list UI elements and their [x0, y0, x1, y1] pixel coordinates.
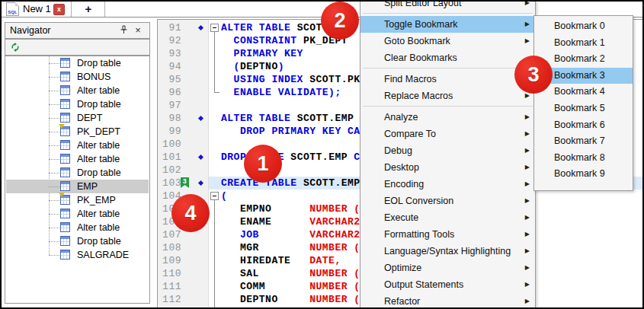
code-line: ALTER TABLE SCOTT.	[221, 21, 335, 34]
navigator-close-icon[interactable]: ×	[133, 25, 143, 36]
tree-branch-line	[49, 200, 59, 201]
tree-item-alter-table[interactable]: Alter table	[6, 139, 149, 152]
submenu-item-bookmark-8[interactable]: Bookmark 8	[534, 150, 633, 167]
statement-marker-icon	[198, 25, 203, 30]
index-icon	[60, 195, 70, 205]
code-line: (	[221, 190, 227, 202]
tree-item-label: Alter table	[77, 221, 120, 234]
dock-pin-icon[interactable]	[118, 25, 129, 36]
navigator-toolbar	[5, 39, 150, 56]
submenu-item-bookmark-7[interactable]: Bookmark 7	[534, 133, 633, 150]
tree-item-label: PK_DEPT	[77, 125, 120, 139]
tree-item-pk-emp[interactable]: PK_EMP	[6, 193, 149, 207]
tree-item-dept[interactable]: DEPT	[6, 111, 149, 125]
code-line: CREATE TABLE SCOTT.EMP	[221, 177, 360, 190]
tree-item-label: PK_EMP	[77, 193, 116, 207]
menu-item-find-macros[interactable]: Find Macros	[360, 71, 535, 88]
menu-item-formatting-tools[interactable]: Formatting Tools▶	[360, 226, 535, 243]
sql-file-icon: SQL	[6, 2, 19, 16]
line-number: 99	[158, 125, 181, 138]
tree-item-label: Drop table	[77, 166, 121, 180]
line-number: 97	[158, 99, 181, 112]
submenu-item-bookmark-4[interactable]: Bookmark 4	[534, 84, 633, 100]
table-icon	[60, 181, 70, 191]
line-number: 92	[158, 34, 181, 47]
statement-marker-icon	[198, 116, 203, 121]
menu-item-goto-bookmark[interactable]: Goto Bookmark▶	[360, 33, 535, 49]
tree-item-alter-table[interactable]: Alter table	[6, 207, 149, 221]
fold-scope-line	[214, 200, 215, 308]
tree-item-alter-table[interactable]: Alter table	[6, 221, 149, 234]
menu-item-compare-to[interactable]: Compare To▶	[360, 126, 535, 142]
tree-item-drop-table[interactable]: Drop table	[6, 97, 149, 111]
code-line: HIREDATE DATE,	[221, 254, 341, 267]
tree-item-label: DEPT	[77, 111, 102, 125]
line-number: 93	[158, 47, 181, 60]
tree-item-drop-table[interactable]: Drop table	[6, 56, 149, 70]
table-icon	[60, 72, 70, 81]
menu-item-encoding[interactable]: Encoding▶	[360, 176, 535, 193]
tree-branch-line	[49, 63, 59, 64]
menu-item-analyze[interactable]: Analyze▶	[360, 109, 535, 126]
tree-item-pk-dept[interactable]: PK_DEPT	[6, 125, 149, 139]
menu-item-execute[interactable]: Execute▶	[360, 209, 535, 226]
submenu-item-bookmark-9[interactable]: Bookmark 9	[534, 166, 633, 183]
menu-item-refactor[interactable]: Refactor▶	[360, 293, 535, 309]
refresh-icon[interactable]	[10, 42, 21, 56]
line-number: 111	[158, 280, 181, 293]
submenu-item-bookmark-5[interactable]: Bookmark 5	[534, 100, 633, 117]
tree-branch-line	[49, 255, 59, 256]
menu-item-eol-conversion[interactable]: EOL Conversion▶	[360, 193, 535, 209]
code-line: ENABLE VALIDATE);	[221, 86, 341, 99]
code-line: DEPTNO NUMBER (2	[221, 293, 367, 306]
tree-item-alter-table[interactable]: Alter table	[6, 152, 149, 166]
line-number: 91	[158, 21, 181, 34]
menu-item-desktop[interactable]: Desktop▶	[360, 159, 535, 176]
annotation-circle-4: 4	[171, 194, 210, 232]
code-line: USING INDEX SCOTT.PK_	[221, 73, 367, 86]
app-window: SQL New 1 * x + Navigator × Drop tableBO…	[0, 0, 644, 309]
menu-separator	[363, 68, 533, 68]
line-number: 96	[158, 86, 181, 99]
submenu-item-bookmark-1[interactable]: Bookmark 1	[534, 35, 633, 52]
line-number: 95	[158, 73, 181, 86]
menu-item-clear-bookmarks[interactable]: Clear Bookmarks	[360, 49, 535, 66]
annotation-circle-1: 1	[244, 145, 282, 183]
tree-item-drop-table[interactable]: Drop table	[6, 234, 149, 248]
tree-item-drop-table[interactable]: Drop table	[6, 166, 149, 180]
menu-item-replace-macros[interactable]: Replace Macros▶	[360, 88, 535, 104]
tree-branch-line	[49, 77, 59, 78]
new-tab-button[interactable]: +	[72, 2, 105, 17]
line-number: 101	[158, 151, 181, 164]
tree-item-label: Drop table	[77, 56, 121, 70]
tree-branch-line	[49, 104, 59, 105]
line-number: 98	[158, 112, 181, 125]
menu-item-split-editor-layout[interactable]: Split Editor Layout▶	[360, 0, 535, 11]
table-icon	[60, 58, 70, 68]
tree-item-label: SALGRADE	[77, 248, 129, 262]
tab-close-icon[interactable]: x	[53, 4, 65, 15]
tree-item-emp[interactable]: EMP	[6, 180, 149, 193]
menu-item-debug[interactable]: Debug▶	[360, 142, 535, 159]
menu-item-language-syntax-highlighting[interactable]: Language/Syntax Highlighting▶	[360, 243, 535, 260]
code-line: PRIMARY KEY	[221, 47, 303, 60]
submenu-item-bookmark-0[interactable]: Bookmark 0	[534, 18, 633, 35]
table-icon	[60, 167, 70, 177]
fold-toggle[interactable]	[210, 24, 219, 32]
tree-branch-line	[49, 186, 59, 187]
tree-item-salgrade[interactable]: SALGRADE	[6, 248, 149, 262]
table-icon	[60, 113, 70, 123]
menu-item-toggle-bookmark[interactable]: Toggle Bookmark▶	[360, 16, 535, 33]
submenu-arrow-icon: ▶	[525, 126, 530, 142]
tree-item-bonus[interactable]: BONUS	[6, 70, 149, 84]
menu-item-optimize[interactable]: Optimize▶	[360, 260, 535, 276]
submenu-item-bookmark-6[interactable]: Bookmark 6	[534, 117, 633, 134]
line-number: 108	[158, 241, 181, 254]
tab-title[interactable]: New 1 *	[23, 2, 58, 17]
tree-item-alter-table[interactable]: Alter table	[6, 84, 149, 97]
menu-item-output-statements[interactable]: Output Statements▶	[360, 276, 535, 293]
tree-item-label: Drop table	[77, 234, 121, 248]
fold-toggle[interactable]	[210, 192, 219, 200]
annotation-circle-2: 2	[321, 2, 359, 40]
line-number: 103	[158, 177, 181, 190]
